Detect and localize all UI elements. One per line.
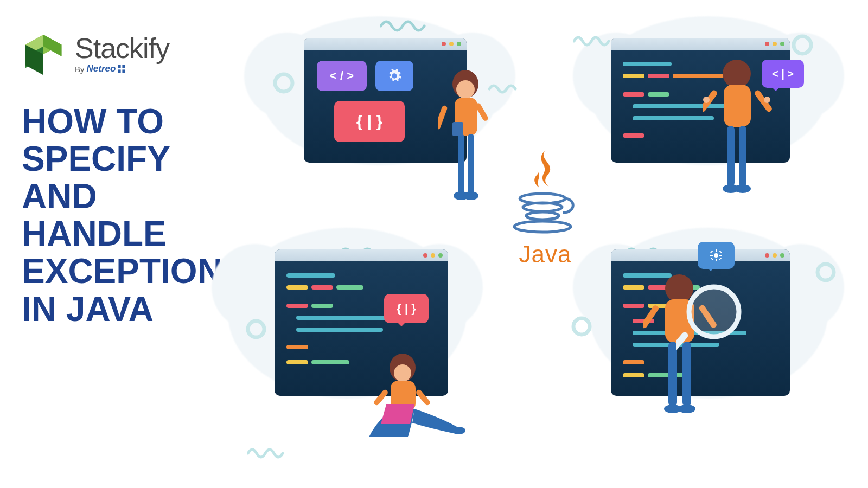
illustration-panel-top-right: < | > .p-tr .bubble::after{border-top-co… [611, 38, 806, 163]
svg-rect-33 [452, 122, 463, 136]
person-back-icon [703, 59, 774, 210]
svg-point-25 [456, 80, 475, 99]
bubble-label: { | } [397, 301, 416, 316]
svg-point-51 [714, 253, 718, 258]
chip-label: < / > [330, 69, 354, 83]
svg-rect-37 [739, 126, 746, 187]
svg-rect-54 [710, 255, 713, 256]
java-label: Java [494, 241, 597, 268]
java-logo: Java [494, 146, 597, 268]
svg-rect-14 [118, 65, 121, 68]
svg-point-60 [689, 287, 739, 337]
brand-name: Stackify [75, 34, 169, 62]
svg-point-39 [735, 184, 751, 193]
svg-rect-28 [468, 134, 474, 194]
svg-rect-61 [676, 331, 690, 353]
gear-icon [387, 68, 402, 84]
code-tag-chip: < / > [317, 61, 367, 91]
person-sitting-icon [365, 352, 468, 445]
squiggle-icon [380, 16, 429, 33]
svg-point-20 [794, 36, 811, 54]
svg-rect-59 [719, 258, 722, 260]
svg-point-45 [394, 364, 411, 382]
svg-point-21 [248, 321, 264, 337]
svg-point-19 [275, 74, 292, 92]
braces-bubble: { | } [384, 294, 429, 323]
svg-rect-17 [123, 69, 126, 73]
bubble-label: < | > [772, 68, 794, 80]
svg-rect-27 [458, 134, 464, 194]
svg-rect-57 [719, 251, 722, 253]
svg-rect-55 [719, 255, 722, 256]
gear-bubble [698, 242, 735, 269]
brand-byline: By Netreo [75, 63, 169, 74]
svg-rect-53 [716, 259, 717, 261]
svg-rect-15 [123, 65, 126, 68]
brand-logo: Stackify By Netreo [22, 33, 250, 76]
svg-rect-31 [438, 105, 448, 130]
illustration-panel-bottom-left: { | } .p-bl .bubble::after{border-top-co… [250, 249, 445, 396]
svg-point-43 [764, 97, 770, 103]
ring-icon [244, 317, 268, 341]
svg-point-71 [523, 203, 562, 211]
svg-rect-56 [710, 251, 713, 253]
ring-icon [570, 314, 593, 338]
svg-point-22 [573, 318, 590, 335]
svg-point-30 [463, 191, 478, 200]
svg-rect-35 [724, 85, 751, 127]
svg-rect-36 [727, 126, 735, 187]
svg-point-72 [526, 212, 559, 220]
java-cup-icon [510, 146, 580, 239]
gear-chip [375, 61, 413, 91]
svg-marker-48 [381, 404, 414, 424]
gear-icon [710, 249, 723, 262]
chip-label: { | } [356, 112, 382, 131]
svg-point-73 [514, 221, 571, 232]
svg-rect-16 [118, 69, 121, 73]
svg-rect-49 [373, 389, 389, 406]
svg-rect-52 [716, 249, 717, 252]
braces-chip: { | } [334, 101, 405, 142]
svg-point-67 [678, 404, 695, 413]
ring-icon [790, 33, 815, 57]
squiggle-icon [247, 445, 285, 459]
svg-point-47 [452, 427, 465, 434]
squiggle-icon [573, 33, 611, 47]
byline-prefix: By [75, 65, 85, 74]
netreo-dots-icon [118, 65, 125, 73]
ring-icon [271, 70, 296, 95]
illustration-panel-top-left: < / > { | } [282, 38, 477, 163]
illustration-panel-bottom-right: .p-br .bubble::after{border-top-color:#4… [611, 249, 806, 396]
svg-point-42 [703, 97, 710, 103]
svg-point-23 [818, 264, 834, 280]
parent-brand: Netreo [87, 63, 116, 74]
svg-rect-68 [643, 304, 660, 329]
svg-rect-50 [415, 389, 431, 406]
svg-point-34 [723, 60, 751, 88]
stackify-logo-icon [22, 33, 65, 76]
person-standing-icon [438, 68, 503, 220]
ring-icon [814, 260, 838, 284]
svg-rect-58 [711, 258, 713, 260]
magnifying-glass-icon [676, 282, 752, 358]
